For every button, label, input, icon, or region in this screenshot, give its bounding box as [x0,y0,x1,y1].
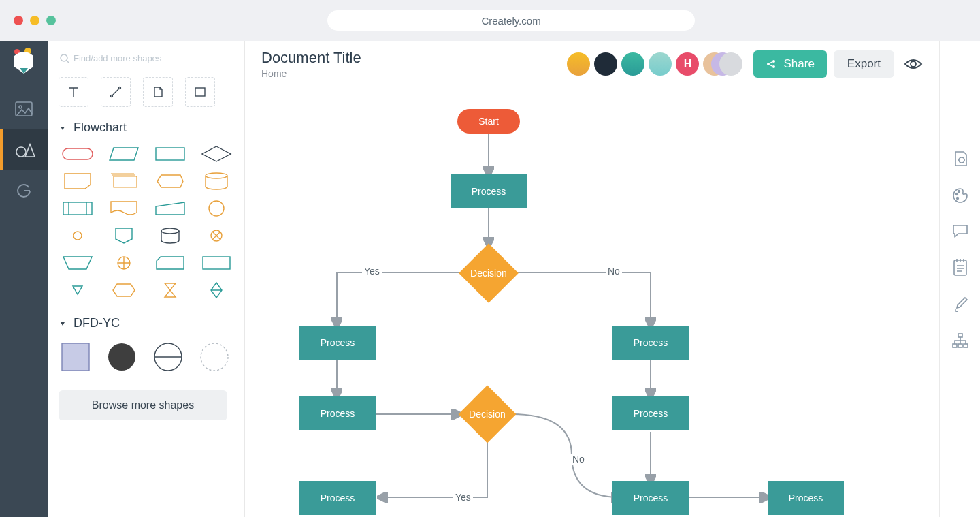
flow-process[interactable]: Process [299,396,376,430]
shape-collate[interactable] [151,281,189,300]
shape-predefined[interactable] [59,199,97,218]
shape-dashed-circle[interactable] [197,340,231,374]
shape-decision[interactable] [197,144,235,163]
avatar[interactable] [567,52,590,76]
shape-terminator[interactable] [59,144,97,163]
notes-icon[interactable] [952,257,968,277]
document-title[interactable]: Document Title [261,49,361,67]
svg-point-29 [958,191,960,193]
topbar: Document Title Home H Share Export [245,41,939,87]
svg-rect-32 [958,334,962,337]
close-icon[interactable] [14,16,23,25]
svg-rect-8 [195,88,205,96]
shape-manual-op[interactable] [59,253,97,272]
svg-rect-12 [63,202,92,215]
right-panel [939,41,980,517]
shape-entity[interactable] [59,340,93,374]
shape-manual-input[interactable] [151,199,189,218]
avatar-stack[interactable] [703,52,741,76]
svg-point-14 [74,232,82,240]
svg-rect-9 [63,148,93,159]
shape-display[interactable] [151,172,189,191]
svg-point-4 [16,147,26,157]
svg-point-26 [911,61,916,67]
category-dfd[interactable]: DFD-YC [59,316,233,330]
brush-icon[interactable] [951,296,969,313]
flow-process[interactable]: Process [768,481,844,515]
svg-point-22 [201,343,228,371]
app-logo-icon[interactable] [10,48,37,75]
shape-connector-small[interactable] [59,226,97,245]
shape-process[interactable] [151,144,189,163]
url-text: Creately.com [481,15,540,27]
shape-direct-data[interactable] [151,226,189,245]
document-tool[interactable] [143,77,173,107]
shape-multidoc[interactable] [105,172,143,191]
line-tool[interactable] [101,77,131,107]
svg-point-13 [209,201,224,216]
shapes-panel: Find/add more shapes Flowchart [48,41,245,517]
breadcrumb[interactable]: Home [261,68,361,79]
shape-internal-storage[interactable] [197,253,235,272]
shape-sum-junction[interactable] [197,226,235,245]
shape-card[interactable] [151,253,189,272]
shape-sort[interactable] [197,281,235,300]
svg-rect-18 [203,257,230,269]
avatar[interactable] [621,52,644,76]
share-button[interactable]: Share [753,50,826,78]
shape-document[interactable] [105,199,143,218]
dfd-shapes [59,340,233,374]
search-input[interactable]: Find/add more shapes [59,52,233,65]
avatar[interactable] [649,52,672,76]
shape-connector[interactable] [197,199,235,218]
canvas[interactable]: Start Process Decision Yes No Process Pr… [245,87,939,517]
view-icon[interactable] [904,57,923,71]
shape-data[interactable] [105,144,143,163]
edge-label-no: No [606,266,622,277]
flow-start[interactable]: Start [457,109,520,134]
comment-icon[interactable] [951,223,969,238]
edge-label-yes: Yes [453,492,473,503]
shape-or[interactable] [105,253,143,272]
hierarchy-icon[interactable] [951,332,970,349]
nav-shapes-icon[interactable] [0,129,48,170]
shape-preparation[interactable] [105,281,143,300]
flow-process[interactable]: Process [612,396,689,430]
category-label: DFD-YC [74,316,120,330]
flow-process[interactable]: Process [299,326,376,360]
collaborators: H [567,52,741,76]
svg-point-30 [956,198,958,200]
flow-process[interactable]: Process [612,481,689,515]
svg-rect-35 [964,344,968,347]
svg-rect-33 [953,344,957,347]
category-flowchart[interactable]: Flowchart [59,121,233,135]
shape-datastore[interactable] [151,340,185,374]
basic-tools [59,77,233,107]
shape-database[interactable] [197,172,235,191]
doc-settings-icon[interactable] [951,150,969,168]
minimize-icon[interactable] [30,16,39,25]
category-label: Flowchart [74,121,127,135]
avatar-letter[interactable]: H [676,52,699,76]
export-button[interactable]: Export [834,50,894,78]
browse-shapes-button[interactable]: Browse more shapes [59,390,227,420]
shape-merge[interactable] [59,281,97,300]
nav-google-icon[interactable] [0,170,48,211]
flow-process[interactable]: Process [612,326,689,360]
rectangle-tool[interactable] [185,77,215,107]
svg-point-3 [19,106,22,108]
search-placeholder: Find/add more shapes [74,53,161,63]
shape-offpage[interactable] [105,226,143,245]
edge-label-yes: Yes [362,266,382,277]
text-tool[interactable] [59,77,88,107]
shape-annotation[interactable] [59,172,97,191]
palette-icon[interactable] [951,187,969,204]
svg-point-28 [956,193,958,195]
avatar[interactable] [594,52,617,76]
shape-process-filled[interactable] [105,340,139,374]
nav-images-icon[interactable] [0,89,48,129]
flow-process[interactable]: Process [299,481,376,515]
maximize-icon[interactable] [46,16,56,25]
url-bar[interactable]: Creately.com [327,10,695,31]
flow-process[interactable]: Process [451,174,527,208]
